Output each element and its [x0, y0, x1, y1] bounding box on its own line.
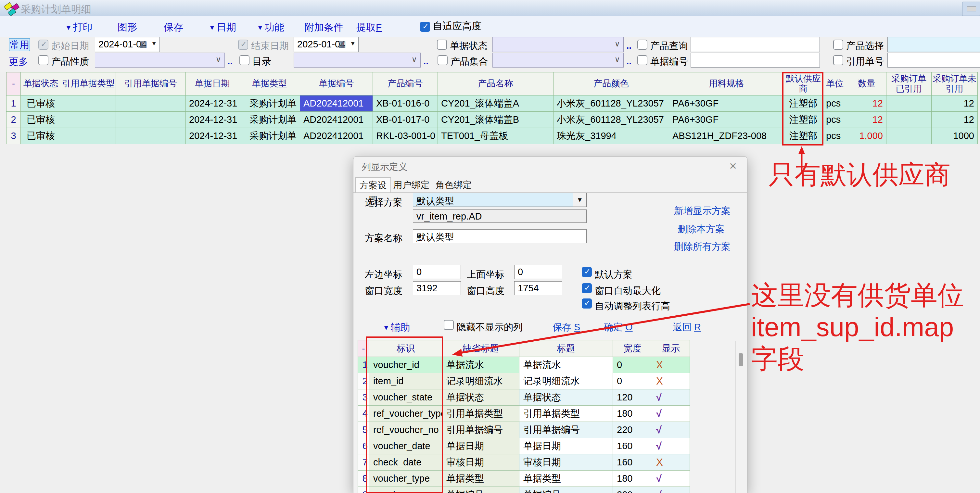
table-cell[interactable]: 小米灰_601128_YL23057 — [554, 95, 669, 112]
row-number[interactable]: 3 — [358, 390, 369, 406]
column-header[interactable]: 标识 — [369, 340, 442, 357]
table-cell[interactable]: 单据编号 — [519, 487, 613, 493]
table-cell[interactable]: 单据流水 — [442, 357, 519, 373]
add-scheme-link[interactable]: 新增显示方案 — [674, 205, 730, 218]
autofit-toggle[interactable]: 自适应高度 — [420, 19, 481, 33]
table-cell[interactable]: 注塑部 — [784, 95, 823, 112]
column-header[interactable]: 单据日期 — [186, 72, 239, 95]
table-cell[interactable]: PA6+30GF — [669, 95, 784, 112]
table-cell[interactable]: 小米灰_601128_YL23057 — [554, 112, 669, 128]
window-height-input[interactable]: 1754 — [514, 281, 562, 295]
dropdown-arrow-icon[interactable]: ▼ — [151, 40, 157, 47]
tab-user-binding[interactable]: 用户绑定 — [391, 177, 431, 192]
default-scheme-checkbox[interactable] — [582, 267, 592, 277]
table-cell[interactable]: voucher_id — [369, 357, 442, 373]
table-cell[interactable]: 记录明细流水 — [519, 373, 613, 390]
row-number[interactable]: 3 — [6, 128, 21, 144]
catalog-dropdown[interactable]: ∨ — [294, 52, 421, 68]
end-date-checkbox[interactable] — [238, 40, 248, 50]
table-cell[interactable]: 160 — [613, 438, 652, 454]
table-cell[interactable]: 2024-12-31 — [186, 95, 239, 112]
table-cell[interactable]: 单据类型 — [442, 471, 519, 487]
save-button[interactable]: 保存 — [164, 21, 183, 34]
table-cell[interactable]: 0 — [613, 373, 652, 390]
voucher-state-dropdown[interactable]: ∨ — [492, 37, 624, 52]
combo-button[interactable]: ▼ — [573, 193, 586, 207]
hide-columns-checkbox[interactable] — [444, 320, 454, 330]
delete-all-schemes-link[interactable]: 删除所有方案 — [674, 240, 730, 253]
table-cell[interactable]: AD202412001 — [300, 95, 373, 112]
table-cell[interactable] — [116, 128, 186, 144]
column-header[interactable]: 引用单据编号 — [116, 72, 186, 95]
table-ref-field[interactable]: vr_item_rep.AD — [413, 210, 587, 223]
row-number[interactable]: 7 — [358, 454, 369, 471]
table-cell[interactable]: voucher_state — [369, 390, 442, 406]
column-header[interactable]: 单据编号 — [300, 72, 373, 95]
table-cell[interactable]: 已审核 — [21, 128, 61, 144]
row-number[interactable]: 5 — [358, 422, 369, 438]
table-cell[interactable]: 单据日期 — [519, 438, 613, 454]
date-button[interactable]: ▼日期 — [208, 21, 236, 34]
table-cell[interactable]: 引用单据类型 — [442, 406, 519, 422]
more-options-dots[interactable]: .. — [423, 56, 429, 67]
column-header[interactable]: 产品颜色 — [554, 72, 669, 95]
column-header[interactable]: 用料规格 — [669, 72, 784, 95]
show-flag-cell[interactable]: X — [652, 357, 690, 373]
row-number[interactable]: 4 — [358, 406, 369, 422]
table-cell[interactable]: 160 — [613, 454, 652, 471]
row-number[interactable]: 9 — [358, 487, 369, 493]
column-header[interactable]: 单据状态 — [21, 72, 61, 95]
table-cell[interactable]: 180 — [613, 406, 652, 422]
start-date-input[interactable]: 2024-01-04 ▦ ▼ — [95, 37, 160, 52]
print-button[interactable]: ▼打印 — [65, 21, 92, 34]
column-header[interactable]: 宽度 — [613, 340, 652, 357]
table-cell[interactable]: 2024-12-31 — [186, 128, 239, 144]
column-header[interactable]: 数量 — [847, 72, 886, 95]
row-number[interactable]: 1 — [358, 357, 369, 373]
tab-common[interactable]: 常用 — [9, 38, 30, 51]
aux-button[interactable]: ▼辅助 — [383, 321, 410, 334]
column-header[interactable]: 采购订单已引用 — [886, 72, 932, 95]
table-corner-header[interactable]: - — [358, 340, 369, 357]
ref-no-input[interactable] — [888, 52, 980, 68]
table-cell[interactable] — [61, 95, 116, 112]
show-flag-cell[interactable]: X — [652, 373, 690, 390]
table-cell[interactable] — [61, 112, 116, 128]
table-cell[interactable]: ABS121H_ZDF23-008 — [669, 128, 784, 144]
table-cell[interactable]: 1,000 — [847, 128, 886, 144]
column-header[interactable]: 标题 — [519, 340, 613, 357]
table-cell[interactable] — [116, 95, 186, 112]
ref-no-checkbox[interactable] — [833, 55, 843, 65]
table-cell[interactable]: RKL-03-001-0 — [373, 128, 438, 144]
tab-scheme-settings[interactable]: 方案设置 — [355, 177, 391, 193]
table-cell[interactable] — [886, 128, 932, 144]
product-nature-dropdown[interactable]: ∨ — [95, 52, 225, 68]
extract-button[interactable]: 提取F — [356, 21, 382, 34]
table-cell[interactable]: 珠光灰_31994 — [554, 128, 669, 144]
table-cell[interactable]: 单据日期 — [442, 438, 519, 454]
voucher-no-input[interactable] — [690, 52, 820, 68]
tab-role-binding[interactable]: 角色绑定 — [433, 177, 474, 192]
auto-row-height-checkbox[interactable] — [582, 299, 592, 309]
table-cell[interactable]: pcs — [823, 95, 847, 112]
product-select-input[interactable] — [888, 37, 980, 52]
table-cell[interactable] — [886, 112, 932, 128]
function-button[interactable]: ▼功能 — [257, 21, 284, 34]
back-link[interactable]: 返回 R — [673, 321, 701, 334]
table-cell[interactable]: 单据状态 — [442, 390, 519, 406]
voucher-state-checkbox[interactable] — [437, 40, 447, 50]
save-link[interactable]: 保存 S — [552, 321, 580, 334]
table-cell[interactable]: 已审核 — [21, 95, 61, 112]
table-cell[interactable] — [116, 112, 186, 128]
table-cell[interactable]: TET001_母盖板 — [438, 128, 554, 144]
table-cell[interactable]: AD202412001 — [300, 112, 373, 128]
product-set-dropdown[interactable]: ∨ — [492, 52, 624, 68]
product-select-checkbox[interactable] — [833, 40, 843, 50]
table-cell[interactable]: 0 — [613, 357, 652, 373]
column-header[interactable]: 采购订单未引用 — [932, 72, 978, 95]
table-cell[interactable]: 12 — [847, 95, 886, 112]
table-cell[interactable]: 单据状态 — [519, 390, 613, 406]
table-cell[interactable]: 12 — [932, 112, 978, 128]
table-cell[interactable]: 12 — [847, 112, 886, 128]
scrollbar-thumb[interactable] — [739, 353, 743, 366]
